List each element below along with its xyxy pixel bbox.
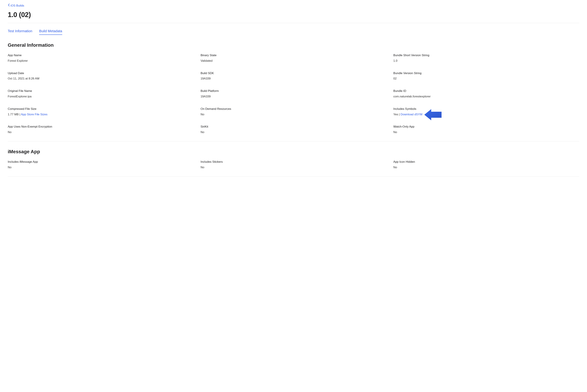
field-value: No [393, 165, 579, 170]
back-link-label: iOS Builds [10, 4, 24, 8]
field-value: No [393, 130, 579, 134]
field-label: On Demand Resources [201, 107, 387, 111]
separator: | [18, 113, 21, 116]
field-sirikit: SiriKit No [201, 125, 387, 134]
app-store-file-sizes-link[interactable]: App Store File Sizes [21, 113, 47, 116]
field-label: Bundle ID [393, 89, 579, 93]
field-label: SiriKit [201, 125, 387, 129]
field-original-file-name: Original File Name ForestExplorer.ipa [8, 89, 194, 98]
field-value: Oct 11, 2021 at 8:26 AM [8, 76, 194, 81]
field-label: Watch-Only App [393, 125, 579, 129]
field-compressed-file-size: Compressed File Size 1.77 MB | App Store… [8, 107, 194, 116]
field-value: com.naturelab.forestexplorer [393, 94, 579, 98]
field-label: Bundle Version String [393, 71, 579, 75]
field-value: ForestExplorer.ipa [8, 94, 194, 98]
tab-bar: Test Information Build Metadata [8, 28, 579, 35]
back-to-builds-link[interactable]: iOS Builds [8, 4, 24, 8]
field-label: Includes Symbols [393, 107, 579, 111]
download-dsym-link[interactable]: Download dSYM [401, 113, 422, 116]
chevron-left-icon [8, 4, 10, 8]
field-build-sdk: Build SDK 19A339 [201, 71, 387, 81]
field-label: App Uses Non-Exempt Encryption [8, 125, 194, 129]
field-label: Bundle Short Version String [393, 53, 579, 58]
field-value: Forest Explorer [8, 59, 194, 63]
field-label: Includes Stickers [201, 160, 387, 164]
field-label: App Icon Hidden [393, 160, 579, 164]
tab-test-information[interactable]: Test Information [8, 28, 32, 35]
field-label: Includes iMessage App [8, 160, 194, 164]
field-bundle-short-version: Bundle Short Version String 1.0 [393, 53, 579, 63]
arrow-left-icon [424, 108, 442, 121]
separator: | [398, 113, 401, 116]
section-heading-general: General Information [8, 42, 579, 48]
field-label: Upload Date [8, 71, 194, 75]
imessage-info-grid: Includes iMessage App No Includes Sticke… [8, 160, 579, 170]
divider [8, 176, 579, 176]
field-build-platform: Build Platform 19A339 [201, 89, 387, 98]
field-value: 1.77 MB | App Store File Sizes [8, 112, 194, 116]
field-binary-state: Binary State Validated [201, 53, 387, 63]
tab-build-metadata[interactable]: Build Metadata [39, 28, 62, 35]
field-label: Build Platform [201, 89, 387, 93]
compressed-size-value: 1.77 MB [8, 113, 18, 116]
section-heading-imessage: iMessage App [8, 148, 579, 155]
field-includes-imessage-app: Includes iMessage App No [8, 160, 194, 170]
field-label: Original File Name [8, 89, 194, 93]
field-value: No [201, 165, 387, 170]
field-value: 19A339 [201, 76, 387, 81]
field-label: App Name [8, 53, 194, 58]
field-app-icon-hidden: App Icon Hidden No [393, 160, 579, 170]
field-value: Yes | Download dSYM [393, 112, 579, 116]
includes-symbols-value: Yes [393, 113, 398, 116]
field-bundle-version: Bundle Version String 02 [393, 71, 579, 81]
field-value: 19A339 [201, 94, 387, 98]
field-bundle-id: Bundle ID com.naturelab.forestexplorer [393, 89, 579, 98]
field-non-exempt-encryption: App Uses Non-Exempt Encryption No [8, 125, 194, 134]
page-title: 1.0 (02) [8, 10, 579, 20]
field-includes-symbols: Includes Symbols Yes | Download dSYM [393, 107, 579, 116]
field-value: No [201, 130, 387, 134]
field-value: 02 [393, 76, 579, 81]
general-info-grid: App Name Forest Explorer Binary State Va… [8, 53, 579, 134]
field-value: No [8, 165, 194, 170]
field-includes-stickers: Includes Stickers No [201, 160, 387, 170]
field-value: 1.0 [393, 59, 579, 63]
field-label: Build SDK [201, 71, 387, 75]
field-on-demand-resources: On Demand Resources No [201, 107, 387, 116]
field-value: No [8, 130, 194, 134]
field-value: No [201, 112, 387, 116]
field-app-name: App Name Forest Explorer [8, 53, 194, 63]
field-upload-date: Upload Date Oct 11, 2021 at 8:26 AM [8, 71, 194, 81]
field-watch-only-app: Watch-Only App No [393, 125, 579, 134]
field-value: Validated [201, 59, 387, 63]
field-label: Compressed File Size [8, 107, 194, 111]
field-label: Binary State [201, 53, 387, 58]
